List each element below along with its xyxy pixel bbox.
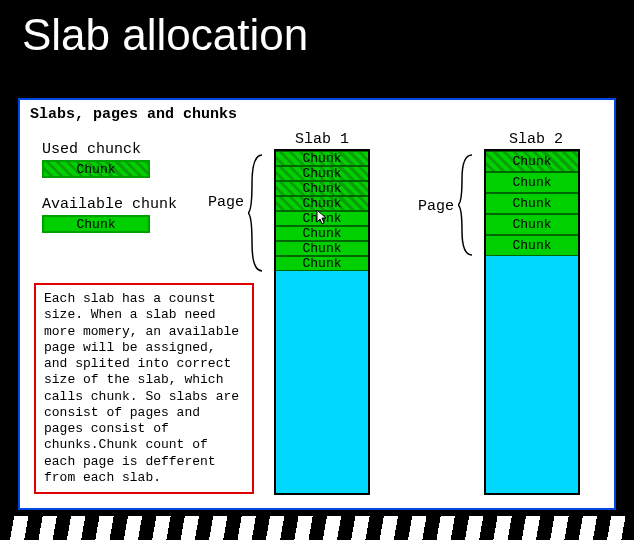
legend-avail-row: Available chunk Chunk bbox=[42, 196, 212, 233]
slab1-label: Slab 1 bbox=[274, 131, 370, 148]
slab1: ChunkChunkChunkChunkChunkChunkChunkChunk bbox=[274, 149, 370, 495]
brace-icon bbox=[248, 153, 264, 273]
diagram-header: Slabs, pages and chunks bbox=[20, 100, 614, 127]
diagram-content: Used chunck Chunk Available chunk Chunk … bbox=[20, 127, 614, 507]
chunk: Chunk bbox=[276, 196, 368, 211]
chunk: Chunk bbox=[276, 151, 368, 166]
slab2-page-label: Page bbox=[418, 198, 454, 215]
legend-avail-chip: Chunk bbox=[42, 215, 150, 233]
slab2: ChunkChunkChunkChunkChunk bbox=[484, 149, 580, 495]
brace-icon bbox=[458, 153, 474, 257]
legend-avail-label: Available chunk bbox=[42, 196, 212, 213]
diagram-panel: Slabs, pages and chunks Used chunck Chun… bbox=[18, 98, 616, 510]
slab2-label: Slab 2 bbox=[488, 131, 584, 148]
legend: Used chunck Chunk Available chunk Chunk bbox=[42, 141, 212, 251]
chunk: Chunk bbox=[276, 166, 368, 181]
description-box: Each slab has a counst size. When a slab… bbox=[34, 283, 254, 494]
chunk: Chunk bbox=[486, 151, 578, 172]
chunk: Chunk bbox=[276, 181, 368, 196]
chunk: Chunk bbox=[276, 226, 368, 241]
legend-used-label: Used chunck bbox=[42, 141, 212, 158]
chunk: Chunk bbox=[486, 193, 578, 214]
chunk: Chunk bbox=[276, 211, 368, 226]
chunk: Chunk bbox=[486, 172, 578, 193]
slab1-page-label: Page bbox=[208, 194, 244, 211]
chunk: Chunk bbox=[486, 235, 578, 256]
zebra-decoration bbox=[0, 516, 634, 540]
legend-used-chip: Chunk bbox=[42, 160, 150, 178]
chunk: Chunk bbox=[486, 214, 578, 235]
page-title: Slab allocation bbox=[0, 0, 634, 60]
chunk: Chunk bbox=[276, 256, 368, 271]
legend-used-row: Used chunck Chunk bbox=[42, 141, 212, 178]
chunk: Chunk bbox=[276, 241, 368, 256]
